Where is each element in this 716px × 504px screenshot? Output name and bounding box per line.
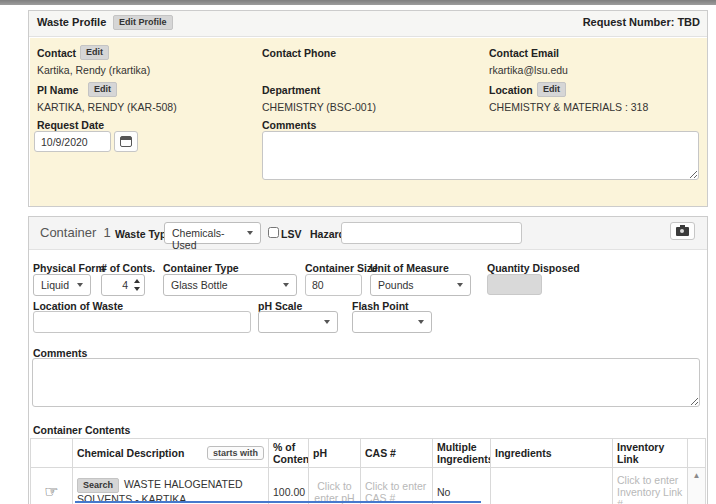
contact-label: Contact xyxy=(37,47,76,59)
multiple-ingredients-header: Multiple Ingredients xyxy=(433,439,491,468)
calendar-icon xyxy=(120,136,132,147)
container-contents-table: Chemical Description starts with % of Co… xyxy=(30,438,706,504)
unit-of-measure-select[interactable]: Pounds xyxy=(370,274,471,296)
qty-disposed-input xyxy=(487,274,542,295)
contact-phone-label: Contact Phone xyxy=(262,47,336,59)
ph-scale-select[interactable] xyxy=(258,311,338,333)
photo-button[interactable] xyxy=(670,222,695,240)
pct-content-header: % of Content xyxy=(269,439,309,468)
chevron-down-icon xyxy=(324,320,330,324)
cas-cell[interactable]: Click to enter CAS # xyxy=(361,468,433,504)
page-title: Waste Profile xyxy=(37,16,106,28)
table-header-row: Chemical Description starts with % of Co… xyxy=(31,439,706,468)
contact-value: Kartika, Rendy (rkartika) xyxy=(37,64,150,76)
num-conts-label: # of Conts. xyxy=(101,262,155,274)
row-selector-header xyxy=(31,439,73,468)
waste-profile-page: Waste Profile Edit Profile Request Numbe… xyxy=(0,0,716,504)
ingredients-header: Ingredients xyxy=(491,439,613,468)
container-size-input[interactable] xyxy=(305,274,362,296)
chevron-down-icon xyxy=(247,231,253,235)
profile-comments-label: Comments xyxy=(262,119,316,131)
flash-point-select[interactable] xyxy=(352,311,432,333)
waste-type-select[interactable]: Chemicals-Used xyxy=(164,222,261,244)
window-top-strip xyxy=(0,0,716,5)
table-scrollbar[interactable]: ▲ xyxy=(688,468,706,504)
edit-profile-button[interactable]: Edit Profile xyxy=(113,15,173,30)
container-title: Container 1 xyxy=(40,225,111,240)
container-type-value: Glass Bottle xyxy=(171,279,228,291)
container-title-text: Container xyxy=(40,225,96,240)
request-date-input[interactable] xyxy=(34,131,111,152)
scroll-up-icon[interactable]: ▲ xyxy=(693,470,701,504)
qty-disposed-label: Quantity Disposed xyxy=(487,262,580,274)
ph-cell[interactable]: Click to enter pH xyxy=(309,468,361,504)
chemical-description-header-label: Chemical Description xyxy=(77,447,184,459)
profile-comments-textarea[interactable] xyxy=(262,131,699,180)
spinner-up-icon[interactable] xyxy=(134,279,140,283)
row-pointer-cell[interactable]: ☞ xyxy=(31,468,73,504)
container-type-select[interactable]: Glass Bottle xyxy=(163,274,297,296)
inventory-link-placeholder: Click to enter Inventory Link # xyxy=(617,474,682,504)
chevron-down-icon xyxy=(418,320,424,324)
contact-email-label: Contact Email xyxy=(489,47,559,59)
unit-of-measure-value: Pounds xyxy=(378,279,414,291)
chemical-description-cell[interactable]: SearchWASTE HALOGENATED SOLVENTS - KARTI… xyxy=(73,468,269,504)
contact-email-value: rkartika@lsu.edu xyxy=(489,64,568,76)
scrollbar-header-cell xyxy=(688,439,706,468)
request-date-label: Request Date xyxy=(37,119,104,131)
ph-header: pH xyxy=(309,439,361,468)
ingredients-cell[interactable] xyxy=(491,468,613,504)
chevron-down-icon xyxy=(283,283,289,287)
container-size-label: Container Size xyxy=(305,262,378,274)
location-edit-button[interactable]: Edit xyxy=(537,82,566,97)
physical-form-select[interactable]: Liquid xyxy=(33,274,91,296)
cas-header: CAS # xyxy=(361,439,433,468)
ph-placeholder: Click to enter pH xyxy=(314,480,354,504)
inventory-link-cell[interactable]: Click to enter Inventory Link # xyxy=(613,468,688,504)
chevron-down-icon xyxy=(457,283,463,287)
spinner-down-icon[interactable] xyxy=(134,287,140,291)
container-number: 1 xyxy=(104,225,111,240)
pointing-hand-icon: ☞ xyxy=(35,482,68,501)
department-value: CHEMISTRY (BSC-001) xyxy=(262,101,376,113)
chevron-down-icon xyxy=(77,283,83,287)
location-value: CHEMISTRY & MATERIALS : 318 xyxy=(489,101,648,113)
physical-form-label: Physical Form xyxy=(33,262,105,274)
request-number: Request Number: TBD xyxy=(583,16,700,28)
container-type-label: Container Type xyxy=(163,262,239,274)
num-conts-stepper[interactable]: 4 xyxy=(101,274,145,296)
location-of-waste-input[interactable] xyxy=(33,311,251,333)
container-contents-label: Container Contents xyxy=(33,424,130,436)
department-label: Department xyxy=(262,84,320,96)
search-button[interactable]: Search xyxy=(77,478,119,493)
hazards-input[interactable] xyxy=(341,222,522,244)
table-row: ☞ SearchWASTE HALOGENATED SOLVENTS - KAR… xyxy=(31,468,706,504)
multiple-ingredients-cell[interactable]: No xyxy=(433,468,491,504)
starts-with-button[interactable]: starts with xyxy=(207,446,264,460)
unit-of-measure-label: Unit of Measure xyxy=(370,262,449,274)
row-focus-underline xyxy=(75,501,481,503)
lsv-checkbox[interactable] xyxy=(268,227,279,238)
physical-form-value: Liquid xyxy=(41,279,69,291)
pct-content-cell[interactable]: 100.00 xyxy=(269,468,309,504)
pi-edit-button[interactable]: Edit xyxy=(88,82,117,97)
container-comments-textarea[interactable] xyxy=(32,358,700,407)
lsv-label: LSV xyxy=(281,228,301,240)
camera-icon xyxy=(676,227,689,236)
date-picker-button[interactable] xyxy=(114,131,138,152)
chemical-description-header: Chemical Description starts with xyxy=(73,439,269,468)
contact-edit-button[interactable]: Edit xyxy=(80,45,109,60)
pi-name-value: KARTIKA, RENDY (KAR-508) xyxy=(37,101,177,113)
num-conts-value: 4 xyxy=(122,279,128,291)
cas-placeholder: Click to enter CAS # xyxy=(365,480,426,504)
inventory-link-header: Inventory Link xyxy=(613,439,688,468)
location-label: Location xyxy=(489,84,533,96)
pi-name-label: PI Name xyxy=(37,84,78,96)
